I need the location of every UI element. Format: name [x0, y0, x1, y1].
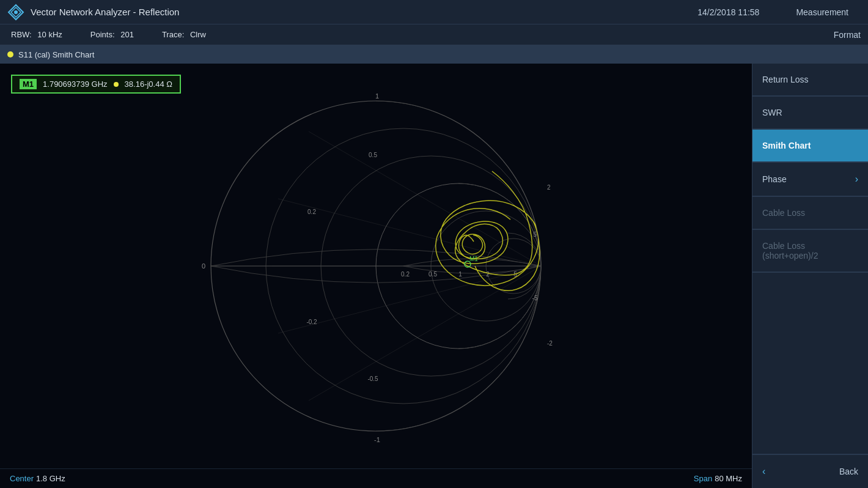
menu-item-return-loss[interactable]: Return Loss	[752, 64, 868, 96]
phase-chevron-icon: ›	[855, 174, 858, 185]
smith-chart-svg: 1 -1 0 0.2 0.5 1 2 5 2 -2 0.5 0.2 -0.2	[156, 76, 596, 456]
main-layout: M1 1.790693739 GHz 38.16-j0.44 Ω	[0, 64, 868, 488]
bottom-bar: Center 1.8 GHz Span 80 MHz	[0, 468, 752, 488]
phase-label: Phase	[762, 174, 787, 184]
center-label: Center	[10, 474, 34, 483]
span-label: Span	[694, 474, 712, 483]
svg-text:2: 2	[486, 271, 490, 278]
trace-dot	[7, 51, 13, 57]
back-label: Back	[839, 467, 858, 476]
trace-item[interactable]: Trace: Clrw	[158, 30, 206, 39]
svg-text:-0.2: -0.2	[306, 319, 317, 325]
span-value: 80 MHz	[715, 474, 742, 483]
points-value: 201	[120, 30, 134, 39]
marker-m1-label: M1	[20, 79, 37, 89]
svg-text:2: 2	[547, 184, 551, 191]
svg-text:0: 0	[202, 262, 205, 270]
points-item[interactable]: Points: 201	[87, 30, 134, 39]
svg-text:5: 5	[533, 231, 537, 238]
menu-item-cable-loss: Cable Loss	[752, 197, 868, 229]
marker-impedance: 38.16-j0.44 Ω	[125, 79, 172, 89]
trace-label: Trace:	[162, 30, 184, 39]
svg-text:-1: -1	[374, 436, 380, 443]
rbw-item[interactable]: RBW: 10 kHz	[7, 30, 62, 39]
svg-text:0.5: 0.5	[428, 271, 437, 278]
menu-item-back[interactable]: ‹ Back	[752, 454, 868, 488]
svg-text:0.2: 0.2	[307, 209, 316, 215]
svg-text:0.5: 0.5	[369, 152, 377, 158]
smith-chart-label: Smith Chart	[762, 141, 811, 150]
back-chevron-icon: ‹	[762, 466, 765, 477]
marker-frequency: 1.790693739 GHz	[43, 79, 108, 89]
menu-item-smith-chart[interactable]: Smith Chart	[752, 130, 868, 162]
cable-loss-label: Cable Loss	[762, 208, 805, 218]
trace-bar: S11 (cal) Smith Chart	[0, 45, 868, 64]
right-panel: Return Loss SWR Smith Chart Phase › Cabl…	[752, 64, 868, 488]
swr-label: SWR	[762, 108, 782, 117]
svg-text:0.2: 0.2	[401, 271, 410, 278]
datetime: 14/2/2018 11:58	[697, 7, 759, 17]
svg-point-2	[14, 10, 18, 14]
measurement-label[interactable]: Measurement	[796, 7, 848, 17]
trace-title: S11 (cal) Smith Chart	[18, 50, 94, 59]
marker-dot	[114, 82, 119, 87]
cable-loss-2-label: Cable Loss(short+open)/2	[762, 241, 818, 261]
logo-icon	[7, 4, 24, 21]
svg-text:M1: M1	[469, 256, 478, 262]
format-label[interactable]: Format	[834, 30, 861, 40]
menu-item-swr[interactable]: SWR	[752, 97, 868, 129]
menu-item-cable-loss-2: Cable Loss(short+open)/2	[752, 230, 868, 272]
marker-box: M1 1.790693739 GHz 38.16-j0.44 Ω	[11, 75, 181, 94]
svg-text:-5: -5	[532, 295, 538, 301]
svg-text:1: 1	[458, 271, 462, 278]
rbw-label: RBW:	[11, 30, 32, 39]
rbw-value: 10 kHz	[37, 30, 62, 39]
svg-text:-0.5: -0.5	[367, 375, 378, 382]
center-value: 1.8 GHz	[36, 474, 65, 483]
app-title: Vector Network Analyzer - Reflection	[31, 7, 697, 17]
chart-area: M1 1.790693739 GHz 38.16-j0.44 Ω	[0, 64, 752, 488]
return-loss-label: Return Loss	[762, 75, 808, 84]
trace-value: Clrw	[190, 30, 206, 39]
svg-text:1: 1	[375, 92, 379, 100]
top-bar: Vector Network Analyzer - Reflection 14/…	[0, 0, 868, 24]
svg-text:-2: -2	[547, 340, 553, 347]
sub-bar: RBW: 10 kHz Points: 201 Trace: Clrw Form…	[0, 24, 868, 45]
menu-item-phase[interactable]: Phase ›	[752, 163, 868, 196]
points-label: Points:	[90, 30, 115, 39]
smith-chart-container: 1 -1 0 0.2 0.5 1 2 5 2 -2 0.5 0.2 -0.2	[0, 64, 752, 468]
